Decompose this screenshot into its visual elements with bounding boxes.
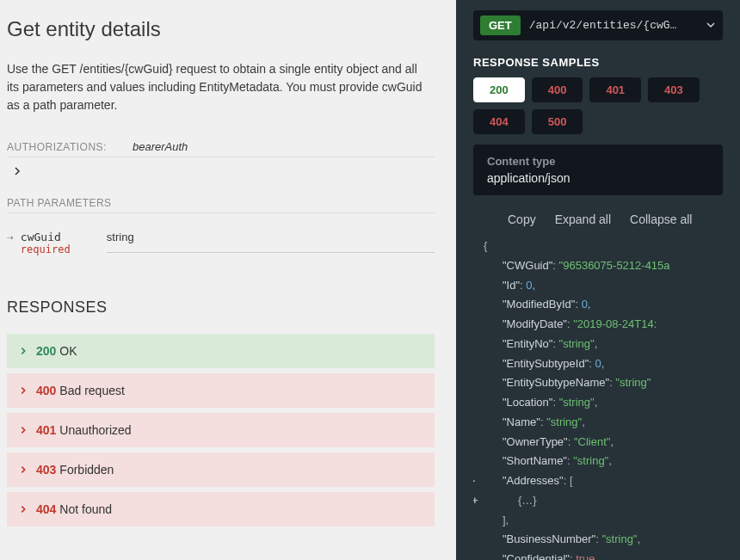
response-code: 400 [36,384,56,397]
json-body: {"CWGuid": "96536075-5212-415a"Id": 0,"M… [473,237,740,560]
response-text: Bad request [59,384,125,397]
chevron-right-icon [19,386,28,395]
param-name: cwGuid [21,231,107,243]
sample-tab-404[interactable]: 404 [473,109,525,134]
endpoint-path: /api/v2/entities/{cwG… [529,19,706,32]
json-toolbar: Copy Expand all Collapse all [473,206,740,237]
path-param-row: ⇢ cwGuid required string [7,222,435,264]
param-arrow-icon: ⇢ [7,231,14,243]
response-item-400[interactable]: 400 Bad request [7,373,435,408]
expand-auth-button[interactable] [12,164,435,180]
auth-value: bearerAuth [133,140,188,153]
response-code: 404 [36,502,56,516]
copy-button[interactable]: Copy [508,212,536,226]
chevron-right-icon [19,505,28,514]
sample-tab-400[interactable]: 400 [532,77,583,102]
response-code: 403 [36,463,56,477]
content-type-box: Content type application/json [473,145,723,195]
responses-heading: RESPONSES [7,298,435,317]
response-item-404[interactable]: 404 Not found [7,492,435,526]
sample-tab-403[interactable]: 403 [648,77,700,102]
response-text: Not found [59,502,112,516]
endpoint-bar[interactable]: GET /api/v2/entities/{cwG… [473,10,723,40]
response-item-401[interactable]: 401 Unauthorized [7,413,435,447]
response-code: 200 [36,344,56,358]
param-required-badge: required [21,243,107,255]
expand-all-button[interactable]: Expand all [555,212,611,226]
collapse-toggle[interactable]: - [473,471,475,491]
collapse-toggle[interactable]: + [473,491,478,511]
response-text: OK [59,344,77,358]
response-samples-heading: RESPONSE SAMPLES [473,56,740,69]
authorizations-row: AUTHORIZATIONS: bearerAuth [7,140,435,157]
sample-tab-200[interactable]: 200 [473,77,525,102]
chevron-right-icon [19,426,28,434]
collapse-all-button[interactable]: Collapse all [630,212,692,226]
endpoint-description: Use the GET /entities/{cwGuid} request t… [7,60,429,114]
response-text: Unauthorized [59,423,131,437]
response-item-403[interactable]: 403 Forbidden [7,452,435,487]
content-type-value: application/json [487,171,709,185]
auth-label: AUTHORIZATIONS: [7,141,107,153]
chevron-right-icon [19,347,28,355]
response-text: Forbidden [59,463,114,477]
sample-tab-401[interactable]: 401 [589,77,641,102]
http-method-badge: GET [480,15,521,35]
response-item-200[interactable]: 200 OK [7,334,435,368]
chevron-right-icon [19,465,28,474]
page-title: Get entity details [7,17,435,41]
chevron-down-icon [706,18,716,34]
path-params-heading: PATH PARAMETERS [7,197,435,213]
param-type: string [107,231,435,253]
content-type-label: Content type [487,155,709,168]
response-code: 401 [36,423,56,437]
sample-tab-500[interactable]: 500 [532,109,583,134]
